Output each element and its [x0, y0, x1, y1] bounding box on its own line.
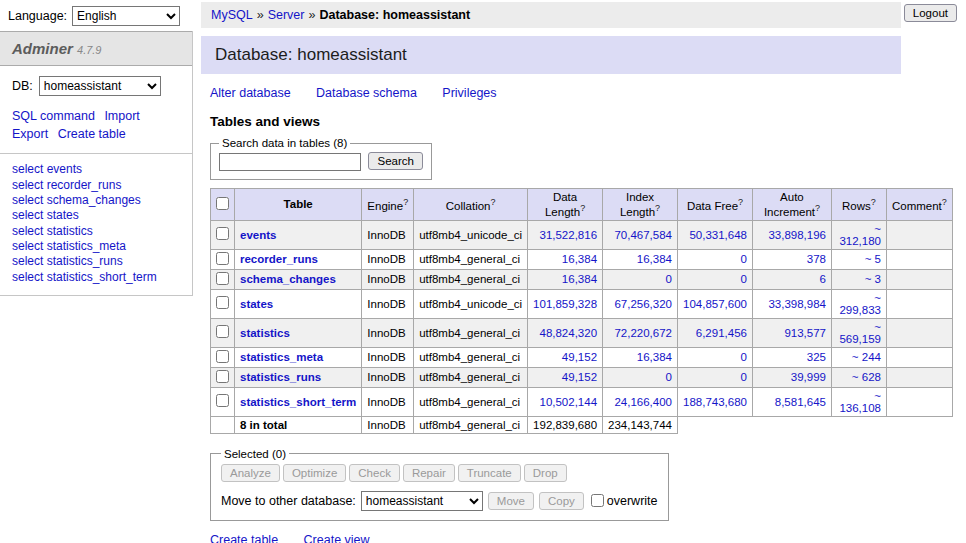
sidebar-select-schema-changes[interactable]: select schema_changes [12, 193, 180, 208]
sidebar-select-statistics-runs[interactable]: select statistics_runs [12, 254, 180, 269]
sidebar-select-events[interactable]: select events [12, 162, 180, 177]
sidebar-select-recorder-runs[interactable]: select recorder_runs [12, 178, 180, 193]
column-help-link[interactable]: ? [815, 203, 820, 213]
table-name-link[interactable]: statistics_runs [240, 371, 321, 383]
sidebar-action-export[interactable]: Export [12, 127, 48, 141]
sidebar-action-sql-command[interactable]: SQL command [12, 109, 95, 123]
breadcrumb-link-server[interactable]: Server [268, 8, 305, 22]
index-length-link[interactable]: 72,220,672 [614, 327, 672, 339]
auto-increment-link[interactable]: 325 [807, 351, 826, 363]
index-length-link[interactable]: 16,384 [637, 351, 672, 363]
rows-count-link[interactable]: ~ 136,108 [839, 390, 881, 414]
auto-increment-link[interactable]: 8,581,645 [775, 396, 826, 408]
data-length-link[interactable]: 16,384 [562, 273, 597, 285]
data-length-link[interactable]: 10,502,144 [539, 396, 597, 408]
column-help-link[interactable]: ? [580, 203, 585, 213]
column-help-link[interactable]: ? [942, 197, 947, 207]
row-checkbox[interactable] [216, 350, 229, 363]
table-name-link[interactable]: statistics_meta [240, 351, 323, 363]
action-link-alter-database[interactable]: Alter database [210, 86, 291, 100]
data-free-link[interactable]: 0 [741, 351, 747, 363]
move-db-select[interactable]: homeassistant [361, 491, 483, 511]
auto-increment-link[interactable]: 913,577 [784, 327, 826, 339]
rows-count-link[interactable]: ~ 628 [852, 371, 881, 383]
index-length-link[interactable]: 24,166,400 [614, 396, 672, 408]
auto-increment-link[interactable]: 33,898,196 [768, 229, 826, 241]
data-free-link[interactable]: 50,331,648 [689, 229, 747, 241]
copy-button[interactable]: Copy [539, 492, 584, 510]
sidebar-select-statistics-meta[interactable]: select statistics_meta [12, 239, 180, 254]
column-help-link[interactable]: ? [403, 197, 408, 207]
table-name-link[interactable]: recorder_runs [240, 253, 318, 265]
drop-button[interactable]: Drop [524, 464, 567, 482]
data-length-link[interactable]: 31,522,816 [539, 229, 597, 241]
data-free-link[interactable]: 104,857,600 [683, 298, 747, 310]
create-link-create-table[interactable]: Create table [210, 533, 278, 543]
data-free-link[interactable]: 0 [741, 273, 747, 285]
data-free-link[interactable]: 0 [741, 371, 747, 383]
action-link-database-schema[interactable]: Database schema [316, 86, 417, 100]
data-free-link[interactable]: 188,743,680 [683, 396, 747, 408]
data-length-link[interactable]: 48,824,320 [539, 327, 597, 339]
table-name-link[interactable]: statistics_short_term [240, 396, 356, 408]
row-checkbox[interactable] [216, 394, 229, 407]
rows-count-link[interactable]: ~ 312,180 [839, 223, 881, 247]
rows-count-link[interactable]: ~ 299,833 [839, 292, 881, 316]
logout-button[interactable]: Logout [904, 4, 957, 22]
index-length-link[interactable]: 70,467,584 [614, 229, 672, 241]
column-help-link[interactable]: ? [490, 197, 495, 207]
index-length-link[interactable]: 67,256,320 [614, 298, 672, 310]
index-length-link[interactable]: 0 [666, 371, 672, 383]
sidebar-select-statistics[interactable]: select statistics [12, 224, 180, 239]
db-select[interactable]: homeassistant [39, 76, 161, 96]
optimize-button[interactable]: Optimize [283, 464, 346, 482]
analyze-button[interactable]: Analyze [221, 464, 280, 482]
sidebar-action-import[interactable]: Import [104, 109, 139, 123]
data-length-link[interactable]: 49,152 [562, 371, 597, 383]
repair-button[interactable]: Repair [403, 464, 455, 482]
sidebar-action-create-table[interactable]: Create table [58, 127, 126, 141]
action-link-privileges[interactable]: Privileges [442, 86, 496, 100]
index-length-link[interactable]: 16,384 [637, 253, 672, 265]
auto-increment-link[interactable]: 6 [820, 273, 826, 285]
table-name-link[interactable]: statistics [240, 327, 290, 339]
table-name-link[interactable]: schema_changes [240, 273, 336, 285]
auto-increment-link[interactable]: 39,999 [791, 371, 826, 383]
search-input[interactable] [219, 153, 361, 171]
rows-count-link[interactable]: ~ 3 [865, 273, 881, 285]
search-button[interactable]: Search [368, 152, 422, 170]
data-length-link[interactable]: 49,152 [562, 351, 597, 363]
row-checkbox[interactable] [216, 325, 229, 338]
column-help-link[interactable]: ? [738, 197, 743, 207]
row-checkbox[interactable] [216, 227, 229, 240]
overwrite-option[interactable]: overwrite [591, 494, 658, 508]
data-free-link[interactable]: 6,291,456 [696, 327, 747, 339]
rows-count-link[interactable]: ~ 5 [865, 253, 881, 265]
breadcrumb-link-mysql[interactable]: MySQL [211, 8, 253, 22]
row-checkbox[interactable] [216, 370, 229, 383]
sidebar-select-states[interactable]: select states [12, 208, 180, 223]
row-checkbox[interactable] [216, 296, 229, 309]
rows-count-link[interactable]: ~ 244 [852, 351, 881, 363]
column-help-link[interactable]: ? [871, 197, 876, 207]
data-length-link[interactable]: 16,384 [562, 253, 597, 265]
data-length-link[interactable]: 101,859,328 [533, 298, 597, 310]
auto-increment-link[interactable]: 378 [807, 253, 826, 265]
row-checkbox[interactable] [216, 252, 229, 265]
table-name-link[interactable]: states [240, 298, 273, 310]
column-help-link[interactable]: ? [655, 203, 660, 213]
truncate-button[interactable]: Truncate [458, 464, 521, 482]
sidebar-select-statistics-short-term[interactable]: select statistics_short_term [12, 270, 180, 285]
overwrite-checkbox[interactable] [591, 494, 604, 507]
check-button[interactable]: Check [349, 464, 400, 482]
rows-count-link[interactable]: ~ 569,159 [839, 321, 881, 345]
data-free-link[interactable]: 0 [741, 253, 747, 265]
row-checkbox[interactable] [216, 272, 229, 285]
table-name-link[interactable]: events [240, 229, 276, 241]
auto-increment-link[interactable]: 33,398,984 [768, 298, 826, 310]
language-select[interactable]: English [72, 6, 180, 26]
index-length-link[interactable]: 0 [666, 273, 672, 285]
create-link-create-view[interactable]: Create view [304, 533, 370, 543]
select-all-checkbox[interactable] [216, 197, 229, 210]
move-button[interactable]: Move [488, 492, 534, 510]
